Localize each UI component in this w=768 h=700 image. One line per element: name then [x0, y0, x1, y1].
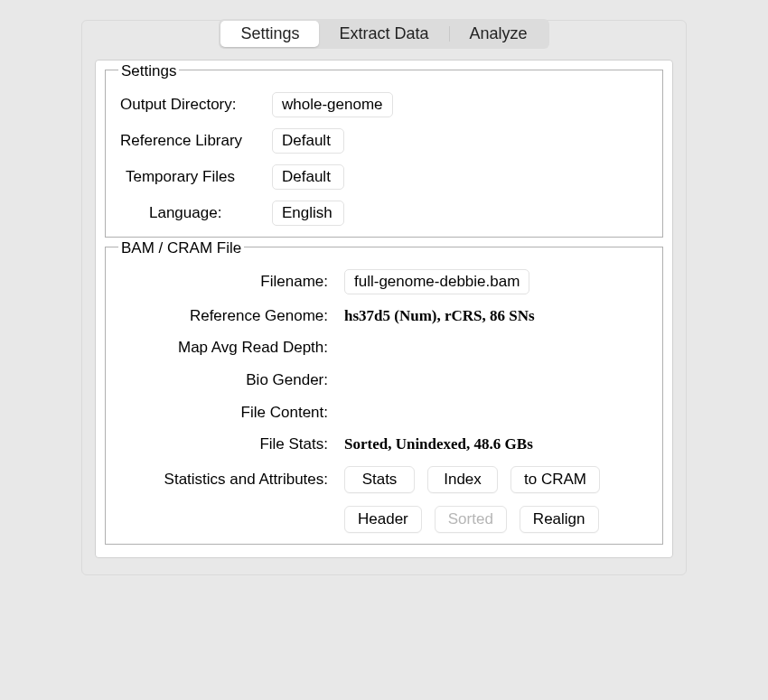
- to-cram-button[interactable]: to CRAM: [510, 466, 600, 493]
- stats-attributes-label: Statistics and Attributes:: [118, 471, 344, 489]
- filename-field[interactable]: full-genome-debbie.bam: [344, 269, 529, 294]
- bio-gender-value: [344, 370, 650, 390]
- stats-button[interactable]: Stats: [344, 466, 415, 493]
- bam-cram-fieldset: BAM / CRAM File Filename: full-genome-de…: [105, 247, 663, 545]
- temporary-files-field[interactable]: Default: [272, 164, 344, 190]
- reference-genome-label: Reference Genome:: [118, 307, 344, 325]
- tab-analyze[interactable]: Analyze: [450, 21, 548, 47]
- read-depth-value: [344, 338, 650, 358]
- reference-library-field[interactable]: Default: [272, 128, 344, 154]
- language-field[interactable]: English: [272, 201, 344, 226]
- index-button[interactable]: Index: [427, 466, 498, 493]
- temporary-files-label: Temporary Files: [118, 168, 272, 186]
- file-content-value: [344, 403, 650, 423]
- reference-genome-value: hs37d5 (Num), rCRS, 86 SNs: [344, 307, 650, 325]
- read-depth-label: Map Avg Read Depth:: [118, 339, 344, 357]
- settings-legend: Settings: [118, 62, 179, 80]
- reference-library-label: Reference Library: [118, 132, 272, 150]
- stats-buttons-row-1: Stats Index to CRAM: [344, 466, 650, 493]
- settings-fieldset: Settings Output Directory: whole-genome …: [105, 70, 663, 238]
- header-button[interactable]: Header: [344, 506, 422, 533]
- tab-extract-data[interactable]: Extract Data: [319, 21, 448, 47]
- output-directory-field[interactable]: whole-genome: [272, 92, 393, 117]
- language-label: Language:: [118, 204, 272, 222]
- file-content-label: File Content:: [118, 404, 344, 422]
- main-panel: Settings Extract Data Analyze Settings O…: [81, 20, 687, 575]
- realign-button[interactable]: Realign: [520, 506, 599, 533]
- file-stats-label: File Stats:: [118, 435, 344, 453]
- output-directory-label: Output Directory:: [118, 96, 272, 114]
- tabs: Settings Extract Data Analyze: [219, 19, 548, 49]
- bam-cram-legend: BAM / CRAM File: [118, 239, 244, 257]
- tabs-row: Settings Extract Data Analyze: [95, 19, 673, 49]
- bio-gender-label: Bio Gender:: [118, 371, 344, 389]
- content-pane: Settings Output Directory: whole-genome …: [95, 60, 673, 558]
- file-stats-value: Sorted, Unindexed, 48.6 GBs: [344, 435, 650, 453]
- tab-settings[interactable]: Settings: [220, 21, 319, 47]
- sorted-button: Sorted: [435, 506, 507, 533]
- stats-buttons-row-2: Header Sorted Realign: [344, 506, 650, 533]
- filename-label: Filename:: [118, 273, 344, 291]
